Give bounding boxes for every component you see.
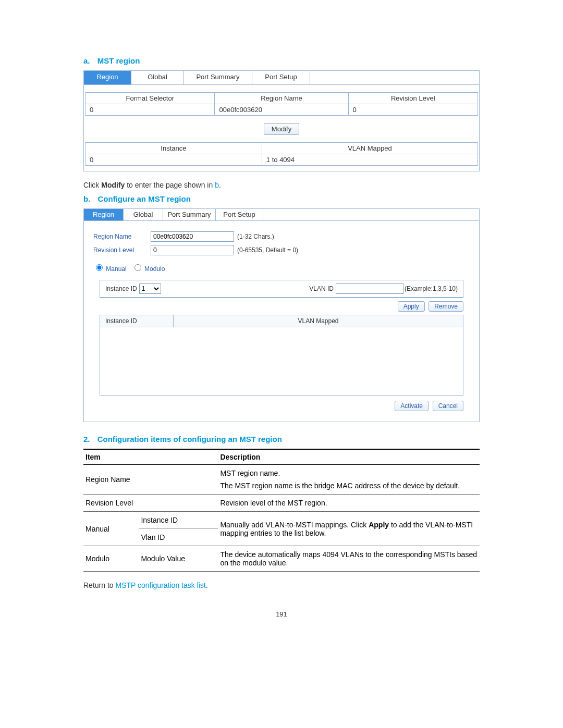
radio-modulo[interactable]: Modulo [132, 265, 165, 273]
section-2-letter: 2. [83, 435, 90, 443]
tab-bar-b: Region Global Port Summary Port Setup [84, 209, 479, 221]
section-b-letter: b. [83, 194, 90, 203]
link-b[interactable]: b [215, 181, 219, 189]
section-b-heading: b. Configure an MST region [83, 194, 480, 203]
cell-manual-desc: Manually add VLAN-to-MSTI mappings. Clic… [218, 512, 480, 546]
tab-region-b[interactable]: Region [84, 209, 124, 220]
grid-col-vlan-mapped: VLAN Mapped [174, 315, 463, 327]
cell-format-selector: 0 [85, 104, 215, 116]
instance-id-label: Instance ID [105, 285, 137, 292]
cell-manual-instance-id: Instance ID [139, 512, 218, 529]
activate-button[interactable]: Activate [395, 401, 429, 411]
format-table: Format Selector Region Name Revision Lev… [85, 92, 478, 116]
col-instance: Instance [85, 143, 262, 154]
cell-revision-level: 0 [348, 104, 478, 116]
cell-modulo-item: Modulo [83, 546, 139, 572]
cell-modulo-value: Modulo Value [139, 546, 218, 572]
mst-region-screenshot-b: Region Global Port Summary Port Setup Re… [83, 208, 480, 422]
config-items-table: Item Description Region Name MST region … [83, 449, 480, 572]
tab-port-setup-b[interactable]: Port Setup [216, 209, 263, 220]
section-a-heading: a. MST region [83, 56, 480, 65]
return-text: Return to MSTP configuration task list. [83, 581, 480, 589]
col-format-selector: Format Selector [85, 93, 215, 104]
region-name-label: Region Name [93, 233, 151, 240]
table-row: Modulo Modulo Value The device automatic… [83, 546, 480, 572]
table-row: Revision Level Revision level of the MST… [83, 495, 480, 512]
region-name-hint: (1-32 Chars.) [237, 233, 274, 240]
cell-vlan-mapped: 1 to 4094 [262, 154, 478, 166]
modify-instruction: Click Modify to enter the page shown in … [83, 181, 480, 189]
section-b-title: Configure an MST region [98, 194, 191, 203]
cell-revision-level-desc: Revision level of the MST region. [218, 495, 480, 512]
vlan-id-input[interactable] [336, 283, 403, 294]
page-number: 191 [83, 610, 480, 618]
tab-global[interactable]: Global [131, 71, 184, 84]
table-row: Region Name MST region name. The MST reg… [83, 465, 480, 495]
cell-manual-vlan-id: Vlan ID [139, 529, 218, 546]
col-description: Description [218, 449, 480, 465]
section-2-heading: 2. Configuration items of configuring an… [83, 435, 480, 443]
section-2-title: Configuration items of configuring an MS… [97, 435, 282, 443]
tab-port-setup[interactable]: Port Setup [252, 71, 310, 84]
tab-global-b[interactable]: Global [124, 209, 163, 220]
vlan-id-hint: (Example:1,3,5-10) [405, 285, 458, 292]
instance-table: Instance VLAN Mapped 0 1 to 4094 [85, 142, 478, 166]
vlan-mapped-grid: Instance ID VLAN Mapped [100, 315, 463, 396]
revision-level-input[interactable] [151, 245, 234, 255]
remove-button[interactable]: Remove [429, 301, 463, 312]
cell-revision-level-item: Revision Level [83, 495, 218, 512]
instance-vlan-box: Instance ID 1 VLAN ID (Example:1,3,5-10) [100, 280, 463, 298]
radio-manual[interactable]: Manual [93, 265, 127, 273]
col-revision-level: Revision Level [348, 93, 478, 104]
col-vlan-mapped: VLAN Mapped [262, 143, 478, 154]
section-a-letter: a. [83, 56, 90, 65]
cell-instance: 0 [85, 154, 262, 166]
instance-id-select[interactable]: 1 [139, 283, 161, 294]
section-a-title: MST region [97, 56, 140, 65]
grid-col-instance-id: Instance ID [100, 315, 174, 327]
mst-region-screenshot-a: Region Global Port Summary Port Setup Fo… [83, 70, 480, 171]
cell-region-name-desc: MST region name. The MST region name is … [218, 465, 480, 495]
cell-manual-item: Manual [83, 512, 139, 546]
cell-region-name-item: Region Name [83, 465, 218, 495]
table-row: 0 1 to 4094 [85, 154, 478, 166]
tab-region[interactable]: Region [84, 71, 131, 84]
cell-modulo-desc: The device automatically maps 4094 VLANs… [218, 546, 480, 572]
region-name-input[interactable] [151, 231, 234, 242]
cancel-button[interactable]: Cancel [433, 401, 463, 411]
table-row: 0 00e0fc003620 0 [85, 104, 478, 116]
col-region-name: Region Name [215, 93, 348, 104]
revision-level-label: Revision Level [93, 246, 151, 254]
apply-button[interactable]: Apply [398, 301, 425, 312]
col-item: Item [83, 449, 218, 465]
vlan-id-label: VLAN ID [309, 285, 334, 292]
modify-button[interactable]: Modify [264, 123, 299, 135]
revision-level-hint: (0-65535, Default = 0) [237, 246, 298, 254]
cell-region-name: 00e0fc003620 [215, 104, 348, 116]
tab-port-summary[interactable]: Port Summary [184, 71, 252, 84]
table-row: Manual Instance ID Manually add VLAN-to-… [83, 512, 480, 529]
tab-port-summary-b[interactable]: Port Summary [163, 209, 216, 220]
mstp-config-link[interactable]: MSTP configuration task list [115, 581, 205, 589]
grid-body [100, 327, 463, 395]
tab-bar-a: Region Global Port Summary Port Setup [84, 71, 479, 85]
